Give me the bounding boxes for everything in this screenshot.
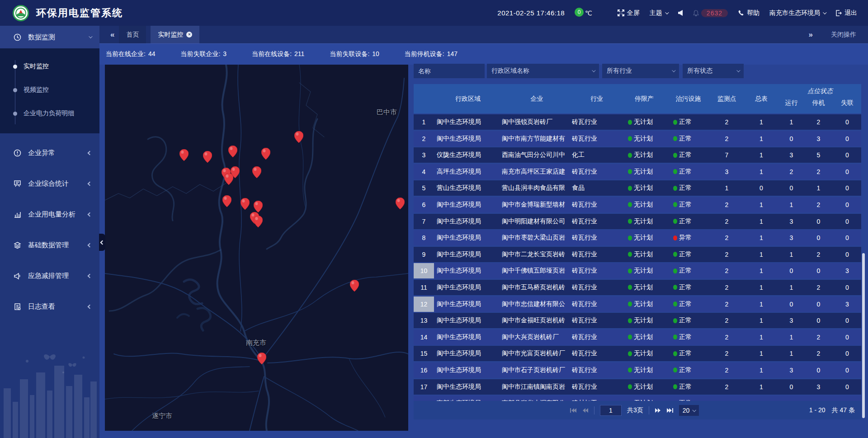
tab-home[interactable]: 首页 (119, 26, 146, 43)
cell-meter-count: 1 (744, 350, 779, 357)
sidebar-group-data-monitor[interactable]: 数据监测 (0, 26, 99, 48)
sidebar-item-video-monitor[interactable]: 视频监控 (0, 78, 99, 102)
mute-speaker-button[interactable] (678, 10, 683, 16)
next-page-button[interactable] (655, 408, 661, 413)
table-row[interactable]: 5营山生态环境局营山县润丰肉食品有限食品无计划正常10010 (414, 180, 861, 196)
sidebar-collapse-handle[interactable] (99, 234, 105, 251)
cell-industry: 砖瓦行业 (572, 349, 622, 358)
sidebar-group-emergency-reduction[interactable]: 应急减排管理 (0, 264, 99, 287)
map-pin-icon[interactable] (350, 280, 359, 292)
bullet-icon (13, 112, 17, 116)
stat-item: 当前停机设备:147 (405, 50, 458, 58)
table-row[interactable]: 10阆中生态环境局阆中千佛镇五郎垭页岩砖瓦行业无计划正常21003 (414, 263, 861, 278)
map-pin-icon[interactable] (257, 353, 266, 364)
fullscreen-icon (618, 9, 624, 16)
map-pin-icon[interactable] (241, 198, 250, 210)
cell-region: 阆中生态环境局 (434, 383, 502, 391)
first-page-button[interactable] (570, 408, 577, 413)
prev-page-button[interactable] (582, 408, 589, 413)
app-logo (13, 5, 29, 21)
sidebar-group-electricity-analysis[interactable]: 企业用电量分析 (0, 203, 99, 226)
map-pin-icon[interactable] (396, 198, 405, 209)
sidebar-item-realtime-monitor[interactable]: 实时监控 (0, 55, 99, 78)
map-pin-icon[interactable] (252, 166, 261, 178)
logout-button[interactable]: 退出 (835, 9, 857, 17)
cell-run-count: 1 (779, 251, 804, 258)
status-dot-icon (673, 202, 677, 207)
map-pin-icon[interactable] (294, 131, 303, 143)
tab-close-icon[interactable]: × (186, 32, 192, 38)
table-row[interactable]: 18南部生态环境局南部县砌华水泥有限公建材加工无计划正常50050 (414, 396, 861, 401)
cell-stop-count: 5 (804, 151, 833, 159)
table-row[interactable]: 16阆中生态环境局阆中市石子页岩机砖厂砖瓦行业无计划正常21300 (414, 363, 861, 378)
cell-lost-count: 0 (833, 118, 861, 126)
sidebar-group-log-view[interactable]: 日志查看 (0, 295, 99, 318)
map-pin-icon[interactable] (222, 195, 231, 207)
table-row[interactable]: 2阆中生态环境局阆中市南方节能建材有砖瓦行业无计划正常21030 (414, 131, 861, 146)
map-pin-icon[interactable] (228, 146, 237, 157)
table-row[interactable]: 9阆中生态环境局阆中市二龙长宝页岩砖砖瓦行业无计划正常21120 (414, 247, 861, 262)
map-pin-icon[interactable] (203, 151, 212, 163)
table-row[interactable]: 11阆中生态环境局阆中市五马桥页岩机砖砖瓦行业无计划正常21120 (414, 280, 861, 295)
cell-region: 阆中生态环境局 (434, 217, 502, 226)
cell-production-status: 无计划 (622, 349, 667, 358)
close-operations-button[interactable]: 关闭操作 (831, 31, 856, 39)
last-page-button[interactable] (666, 408, 674, 413)
bullet-icon (13, 88, 17, 92)
tab-realtime-monitor[interactable]: 实时监控 × (151, 26, 199, 43)
name-search-input[interactable] (418, 67, 480, 75)
table-row[interactable]: 8阆中生态环境局阆中市枣碧大梁山页岩砖瓦行业无计划异常21300 (414, 230, 861, 245)
tabs-scroll-left-button[interactable]: « (110, 30, 114, 39)
cell-monitor-count: 2 (710, 350, 744, 357)
cell-monitor-count: 2 (710, 135, 744, 142)
table-scrollbar-thumb[interactable] (862, 253, 865, 418)
table-row[interactable]: 13阆中生态环境局阆中市金福旺页岩机砖砖瓦行业无计划正常21300 (414, 313, 861, 328)
table-row[interactable]: 14阆中生态环境局阆中大兴页岩机砖厂砖瓦行业无计划正常21120 (414, 330, 861, 345)
map-pin-icon[interactable] (179, 149, 189, 161)
table-row[interactable]: 12阆中生态环境局阆中市忠信建材有限公砖瓦行业无计划正常21003 (414, 297, 861, 312)
table-row[interactable]: 1阆中生态环境局阆中强锐页岩砖厂砖瓦行业无计划正常21120 (414, 114, 861, 130)
name-search-input-box[interactable] (414, 64, 485, 78)
cell-monitor-count: 2 (710, 251, 744, 258)
sidebar-group-base-data[interactable]: 基础数据管理 (0, 234, 99, 256)
cell-monitor-count: 2 (710, 267, 744, 274)
region-select[interactable]: 行政区域名称 (487, 64, 599, 78)
page-number-input[interactable] (600, 405, 622, 416)
tab-label: 实时监控 (158, 31, 183, 39)
table-row[interactable]: 6阆中生态环境局阆中市金博瑞新型墙材砖瓦行业无计划正常21120 (414, 197, 861, 212)
table-row[interactable]: 3仪陇生态环境局西南油气田分公司川中化工无计划正常71350 (414, 147, 861, 163)
table-row[interactable]: 7阆中生态环境局阆中明阳建材有限公司砖瓦行业无计划正常21300 (414, 214, 861, 229)
table-row[interactable]: 4高坪生态环境局南充市高坪区王家店建砖瓦行业无计划正常31220 (414, 164, 861, 179)
sidebar-group-enterprise-abnormal[interactable]: 企业异常 (0, 141, 99, 164)
page-size-select[interactable]: 20 (679, 405, 699, 416)
cell-industry: 砖瓦行业 (572, 118, 622, 126)
cell-facility-text: 正常 (679, 267, 692, 275)
theme-dropdown[interactable]: 主题 (650, 9, 668, 17)
map-pin-icon[interactable] (254, 216, 263, 227)
row-number: 16 (414, 363, 434, 378)
notification-button[interactable]: 2632 (693, 9, 728, 17)
map-pin-icon[interactable] (254, 201, 263, 212)
chevron-down-icon (665, 10, 669, 14)
row-number: 17 (414, 379, 434, 395)
industry-select[interactable]: 所有行业 (602, 64, 679, 78)
row-number: 2 (414, 131, 434, 146)
cell-facility-status: 异常 (667, 234, 710, 242)
map-panel[interactable]: 巴中市南充市遂宁市 (105, 65, 408, 431)
sidebar-group-comprehensive-stats[interactable]: 企业综合统计 (0, 172, 99, 195)
table-row[interactable]: 17阆中生态环境局阆中市江南镇阆南页岩砖瓦行业无计划正常21030 (414, 379, 861, 395)
fullscreen-button[interactable]: 全屏 (618, 9, 640, 17)
map-pin-icon[interactable] (261, 148, 270, 160)
cell-meter-count: 1 (744, 284, 779, 291)
cell-lost-count: 0 (833, 367, 861, 374)
status-select[interactable]: 所有状态 (683, 64, 744, 78)
tabs-scroll-right-button[interactable]: » (809, 30, 813, 39)
help-button[interactable]: 帮助 (738, 9, 760, 17)
org-dropdown[interactable]: 南充市生态环境局 (769, 9, 826, 17)
table-row[interactable]: 15阆中生态环境局阆中市光富页岩机砖厂砖瓦行业无计划正常21120 (414, 346, 861, 361)
cell-company: 阆中市二龙长宝页岩砖 (502, 250, 572, 259)
sidebar-item-power-load-detail[interactable]: 企业电力负荷明细 (0, 102, 99, 125)
status-select-value: 所有状态 (687, 67, 712, 75)
row-number: 14 (414, 330, 434, 345)
map-pin-icon[interactable] (231, 166, 240, 178)
